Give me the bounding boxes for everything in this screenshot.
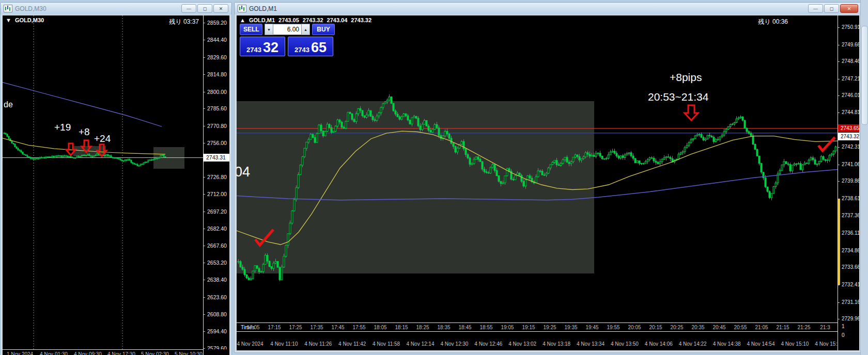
price-tick-label: 2756.00 [204,140,227,146]
price-tick-label: 2736.11 [838,230,859,236]
close-button[interactable]: ✕ [840,4,858,13]
left-time-axis: 1 Nov 20244 Nov 01:304 Nov 09:304 Nov 17… [3,349,204,355]
time-tick-label: 18:25 [416,325,429,330]
left-chart-symbol-label: ▼ GOLD,M30 [6,17,44,23]
close-button[interactable]: ✕ [213,4,228,13]
current-price-box: 2743.32 [838,133,859,140]
date-tick-label: 4 Nov 13:18 [542,341,570,347]
highlight-box [237,101,594,273]
volume-increase-button[interactable]: ▲ [301,24,310,35]
time-tick-label: 18:15 [395,325,408,330]
date-tick-label: 4 Nov 11:10 [270,341,298,347]
date-tick-label: 4 Nov 13:02 [508,341,536,347]
price-tick-label: 2734.86 [838,248,859,254]
price-tick-label: 2859.20 [204,20,227,26]
price-tick-label: 2623.60 [204,294,227,300]
time-tick-label: 20:45 [712,325,725,330]
ohlc-open: 2743.05 [278,17,299,23]
time-tick-label: 4 Nov 17:30 [107,351,135,355]
price-tick-label: 2741.06 [838,162,859,168]
ohlc-high: 2743.32 [303,17,323,23]
ma-blue [3,83,162,127]
GOLD,M1-candles [237,15,838,322]
red-check-icon [818,137,835,151]
volume-input[interactable] [273,24,301,35]
maximize-button[interactable]: ◻ [824,4,839,13]
date-tick-label: 4 Nov 12:46 [474,341,502,347]
time-tick-label: 19:35 [564,325,577,330]
time-tick-label: 5 Nov 02:30 [141,351,169,355]
price-tick-label: 2712.00 [204,191,227,197]
chart-annotation: de [4,100,13,109]
right-chart-plot[interactable]: ▲ GOLD,M1 2743.05 2743.32 2743.04 2743.3… [237,15,838,322]
price-tick-label: 2844.40 [204,37,227,43]
price-tick-label: 2744.81 [838,109,859,116]
axis-highlight-bar [838,199,840,285]
date-tick-label: 4 Nov 14:38 [713,341,741,347]
chart-window-icon [238,5,246,12]
bid-price-main: 2743 [246,45,261,55]
chevron-down-icon: ▼ [267,28,271,31]
date-tick-label: 4 Nov 11:42 [338,341,366,347]
buy-button[interactable]: BUY [312,24,335,35]
date-tick-label: 4 Nov 15:26 [815,341,838,347]
right-price-axis: 2750.912749.662748.462747.212746.012744.… [838,15,859,322]
right-titlebar[interactable]: GOLD,M1 — ◻ ✕ [235,3,861,14]
left-axis-corner [204,349,229,355]
price-tick-label: 2682.40 [204,225,227,232]
price-tick-label: 2737.36 [838,213,859,219]
time-tick-label: 18:55 [479,325,492,330]
chart-annotation: +24 [94,133,111,144]
scrollbar-thumb[interactable] [861,26,868,125]
window-gold-m1: GOLD,M1 — ◻ ✕ ▲ GOLD,M1 2743.05 2743.32 … [234,2,862,353]
window-gold-m30: GOLD,M30 — ◻ ✕ ▼ GOLD,M30 残り 03:37 +19+8… [0,2,232,355]
time-tick-label: 18:05 [374,325,386,330]
date-tick-label: 4 Nov 11:58 [373,341,400,347]
time-tick-label: 20:55 [734,325,747,330]
price-tick-label: 2770.80 [204,123,227,129]
time-tick-label: 20:25 [670,325,683,330]
price-tick-label: 2748.46 [838,58,859,64]
time-tick-label: 21:15 [776,325,789,330]
price-tick-label: 2747.21 [838,76,859,82]
current-price-box: 2743.65 [838,124,859,132]
left-chart-plot[interactable]: ▼ GOLD,M30 残り 03:37 +19+8+24de [3,15,204,349]
left-price-axis: 2859.202844.402829.602814.802800.002785.… [204,15,229,349]
left-titlebar[interactable]: GOLD,M30 — ◻ ✕ [1,3,231,14]
right-window-title: GOLD,M1 [249,5,277,12]
chart-annotation: +8pips [670,71,702,84]
workspace-scrollbar[interactable] [860,0,868,355]
chart-annotation: +19 [54,122,71,133]
price-tick-label: 2653.20 [204,260,227,266]
sell-price-button[interactable]: 2743 32 [240,37,285,56]
direction-icon: ▲ [240,17,245,23]
time-tick-label: 21:25 [797,325,810,330]
date-tick-label: 4 Nov 14:54 [747,341,775,347]
right-chart-client: ▲ GOLD,M1 2743.05 2743.32 2743.04 2743.3… [236,15,860,351]
volume-decrease-button[interactable]: ▼ [265,24,273,35]
price-tick-label: 2697.20 [204,208,227,215]
price-tick-label: 2750.91 [838,24,859,30]
right-chart-timer: 残り 00:36 [758,18,788,26]
sell-button[interactable]: SELL [240,24,262,35]
price-tick-label: 2726.80 [204,174,227,180]
buy-price-button[interactable]: 2743 65 [288,37,333,56]
right-time-axis: Times17:0517:1517:2517:3517:4517:5518:05… [237,322,838,331]
minimize-button[interactable]: — [808,4,823,13]
price-tick-label: 2814.80 [204,71,227,77]
current-price-box: 2743.31 [204,154,229,162]
time-tick-label: 19:55 [607,325,619,330]
date-tick-label: 4 Nov 13:34 [577,341,605,347]
maximize-button[interactable]: ◻ [197,4,212,13]
direction-icon: ▼ [6,17,11,23]
minimize-button[interactable]: — [181,4,196,13]
price-tick-label: 2579.60 [204,345,227,349]
price-tick-label: 2731.16 [838,299,859,305]
background-date-axis: 4 Nov 20244 Nov 11:104 Nov 11:264 Nov 11… [237,331,838,350]
price-tick-label: 2738.61 [838,196,859,202]
ask-price-main: 2743 [295,45,309,55]
date-tick-label: 4 Nov 13:50 [611,341,639,347]
price-tick-label: 2749.66 [838,42,859,48]
chart-annotation: +8 [79,126,90,138]
GOLD,M30-candles [3,15,204,349]
